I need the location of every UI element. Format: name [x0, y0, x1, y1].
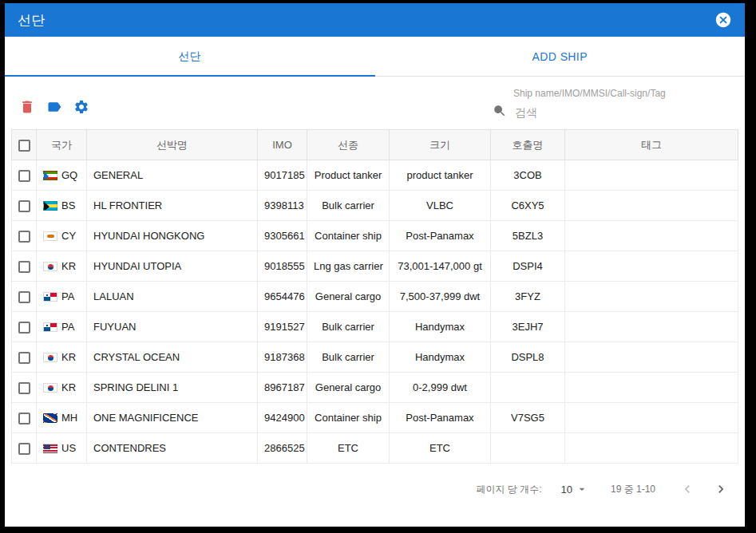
- tag-cell: [565, 221, 738, 251]
- table-row[interactable]: PA FUYUAN 9191527 Bulk carrier Handymax …: [12, 312, 738, 342]
- table-row[interactable]: GQ GENERAL 9017185 Product tanker produc…: [12, 160, 738, 191]
- row-checkbox[interactable]: [18, 413, 30, 424]
- ship-name-cell: CRYSTAL OCEAN: [87, 342, 258, 373]
- fleet-dialog: 선단 선단 ADD SHIP: [5, 3, 745, 527]
- imo-cell: 9398113: [258, 191, 307, 221]
- row-checkbox[interactable]: [18, 261, 30, 273]
- tag-cell: [565, 312, 738, 342]
- tag-cell: [565, 373, 738, 403]
- row-checkbox[interactable]: [18, 170, 30, 182]
- country-flag-icon: [43, 322, 57, 332]
- pagination: 페이지 당 개수: 10 19 중 1-10: [5, 464, 745, 499]
- ship-name-cell: HYUNDAI UTOPIA: [87, 251, 258, 282]
- size-cell: Post-Panamax: [390, 403, 491, 433]
- table-row[interactable]: PA LALUAN 9654476 General cargo 7,500-37…: [12, 282, 738, 312]
- row-checkbox[interactable]: [18, 443, 30, 455]
- header-size: 크기: [390, 130, 491, 160]
- country-flag-icon: [43, 353, 57, 362]
- callsign-cell: 5BZL3: [491, 221, 565, 251]
- dialog-header: 선단: [5, 3, 745, 37]
- row-checkbox[interactable]: [18, 231, 30, 243]
- settings-icon[interactable]: [73, 99, 89, 115]
- per-page-label: 페이지 당 개수:: [476, 483, 541, 496]
- size-cell: Handymax: [390, 312, 491, 342]
- callsign-cell: 3FYZ: [491, 282, 565, 312]
- ship-type-cell: General cargo: [307, 282, 390, 312]
- table-row[interactable]: KR SPRING DELINI 1 8967187 General cargo…: [12, 373, 738, 403]
- tag-icon[interactable]: [46, 99, 62, 115]
- country-code: PA: [61, 321, 74, 333]
- ship-name-cell: LALUAN: [87, 282, 258, 312]
- size-cell: Post-Panamax: [390, 221, 491, 251]
- search-label: Ship name/IMO/MMSI/Call-sign/Tag: [513, 88, 732, 99]
- callsign-cell: C6XY5: [491, 191, 565, 221]
- search-field: [493, 104, 732, 121]
- toolbar: [19, 86, 89, 115]
- tag-cell: [565, 160, 738, 191]
- callsign-cell: [491, 433, 565, 464]
- search-icon: [493, 104, 507, 121]
- row-checkbox[interactable]: [18, 382, 30, 394]
- country-code: US: [61, 442, 76, 454]
- tab-add-ship[interactable]: ADD SHIP: [375, 37, 746, 76]
- country-flag-icon: [43, 171, 57, 180]
- tab-add-ship-label: ADD SHIP: [532, 50, 588, 63]
- imo-cell: 9424900: [258, 403, 307, 433]
- size-cell: ETC: [390, 433, 491, 464]
- size-cell: product tanker: [390, 160, 491, 191]
- imo-cell: 8967187: [258, 373, 307, 403]
- callsign-cell: 3COB: [491, 160, 565, 191]
- ship-type-cell: Bulk carrier: [307, 312, 390, 342]
- header-imo: IMO: [258, 130, 307, 160]
- country-flag-icon: [43, 383, 57, 393]
- fleet-table-wrap: 국가 선박명 IMO 선종 크기 호출명 태그 GQ GENERAL 90171…: [5, 129, 745, 464]
- ship-type-cell: Container ship: [307, 403, 390, 433]
- imo-cell: 9305661: [258, 221, 307, 251]
- country-flag-icon: [43, 413, 57, 423]
- country-code: BS: [61, 199, 75, 211]
- table-row[interactable]: KR CRYSTAL OCEAN 9187368 Bulk carrier Ha…: [12, 342, 738, 373]
- close-icon[interactable]: [714, 11, 732, 29]
- table-row[interactable]: BS HL FRONTIER 9398113 Bulk carrier VLBC…: [12, 191, 738, 221]
- tag-cell: [565, 433, 738, 464]
- country-code: CY: [61, 230, 76, 242]
- delete-icon[interactable]: [19, 99, 35, 115]
- per-page-select[interactable]: 10: [560, 483, 588, 495]
- header-ship-name: 선박명: [87, 130, 258, 160]
- ship-type-cell: General cargo: [307, 373, 390, 403]
- country-flag-icon: [43, 262, 57, 271]
- row-checkbox[interactable]: [18, 291, 30, 303]
- country-code: MH: [61, 412, 77, 424]
- ship-name-cell: ONE MAGNIFICENCE: [87, 403, 258, 433]
- callsign-cell: V7SG5: [491, 403, 565, 433]
- per-page-value: 10: [560, 484, 572, 495]
- toolbar-row: Ship name/IMO/MMSI/Call-sign/Tag: [5, 77, 745, 129]
- ship-type-cell: Product tanker: [307, 160, 390, 191]
- row-checkbox[interactable]: [18, 200, 30, 212]
- imo-cell: 2866525: [258, 433, 307, 464]
- table-row[interactable]: KR HYUNDAI UTOPIA 9018555 Lng gas carrie…: [12, 251, 738, 282]
- row-checkbox[interactable]: [18, 352, 30, 364]
- search-box: Ship name/IMO/MMSI/Call-sign/Tag: [493, 86, 732, 121]
- ship-type-cell: Lng gas carrier: [307, 251, 390, 282]
- ship-name-cell: HYUNDAI HONGKONG: [87, 221, 258, 251]
- tab-fleet-label: 선단: [178, 49, 201, 64]
- row-checkbox[interactable]: [18, 322, 30, 334]
- search-input[interactable]: [513, 105, 697, 120]
- table-body: GQ GENERAL 9017185 Product tanker produc…: [12, 160, 738, 464]
- prev-page-icon[interactable]: [678, 480, 697, 499]
- fleet-table: 국가 선박명 IMO 선종 크기 호출명 태그 GQ GENERAL 90171…: [11, 129, 738, 464]
- tag-cell: [565, 251, 738, 282]
- table-row[interactable]: CY HYUNDAI HONGKONG 9305661 Container sh…: [12, 221, 738, 251]
- country-flag-icon: [43, 444, 57, 453]
- header-tag: 태그: [565, 130, 738, 160]
- next-page-icon[interactable]: [711, 480, 730, 499]
- country-code: PA: [61, 290, 74, 302]
- table-row[interactable]: MH ONE MAGNIFICENCE 9424900 Container sh…: [12, 403, 738, 433]
- tab-bar: 선단 ADD SHIP: [5, 37, 745, 77]
- tab-fleet[interactable]: 선단: [5, 37, 375, 76]
- size-cell: Handymax: [390, 342, 491, 373]
- size-cell: 7,500-37,999 dwt: [390, 282, 491, 312]
- select-all-checkbox[interactable]: [18, 140, 30, 152]
- table-row[interactable]: US CONTENDRES 2866525 ETC ETC: [12, 433, 738, 464]
